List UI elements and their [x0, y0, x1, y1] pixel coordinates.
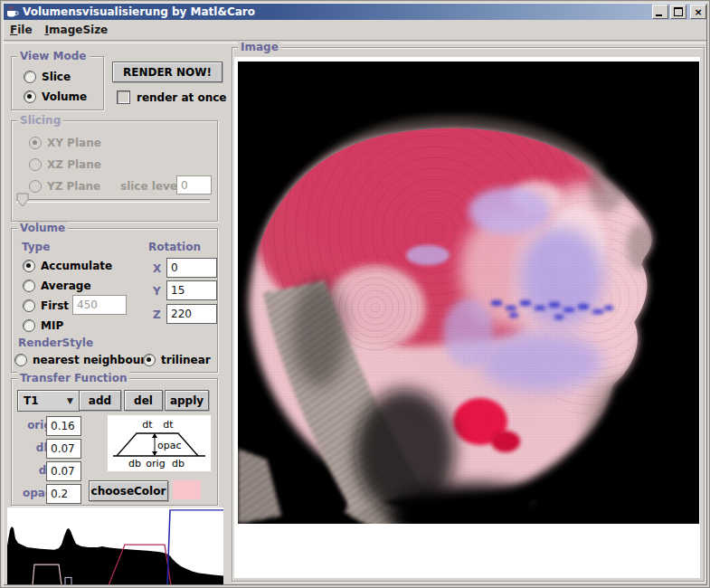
- radio-icon: [24, 90, 36, 103]
- image-group: Image: [232, 47, 705, 582]
- db-field[interactable]: [46, 439, 81, 459]
- add-button[interactable]: add: [79, 390, 121, 411]
- slice-level-label: slice level: [120, 180, 181, 193]
- choose-color-button[interactable]: chooseColor: [89, 480, 168, 501]
- radio-trilinear-label: trilinear: [161, 354, 211, 366]
- slider-thumb: [16, 193, 30, 207]
- radio-mip-label: MIP: [41, 319, 63, 332]
- orig-field[interactable]: [46, 416, 81, 436]
- image-title: Image: [238, 41, 281, 53]
- histogram-panel: [7, 507, 223, 585]
- chevron-down-icon: ▼: [67, 396, 73, 405]
- transfer-function-group: Transfer Function T1 ▼ add del apply ori…: [11, 378, 218, 506]
- radio-volume[interactable]: Volume: [24, 90, 87, 103]
- histogram-plot: [7, 507, 223, 585]
- radio-icon: [14, 354, 27, 366]
- diagram-db-right: db: [172, 458, 185, 469]
- radio-icon: [23, 319, 35, 332]
- opac-field[interactable]: [46, 484, 81, 504]
- maximize-button[interactable]: [670, 5, 686, 19]
- radio-average[interactable]: Average: [23, 279, 91, 292]
- radio-icon: [29, 158, 42, 171]
- image-panel-background: [234, 57, 700, 578]
- radio-nearest-neighbour[interactable]: nearest neighbour: [14, 353, 146, 366]
- rotation-x-label: X: [153, 262, 161, 275]
- slider-track: [16, 199, 210, 203]
- transfer-function-title: Transfer Function: [17, 372, 129, 384]
- apply-button[interactable]: apply: [165, 390, 209, 411]
- radio-slice[interactable]: Slice: [24, 70, 71, 83]
- radio-icon: [29, 137, 42, 149]
- first-hit-field: [72, 295, 127, 315]
- render-now-button[interactable]: RENDER NOW!: [112, 62, 222, 82]
- radio-icon: [23, 260, 35, 272]
- java-coffee-cup-icon: [5, 5, 19, 18]
- radio-icon: [29, 180, 42, 193]
- radio-mip[interactable]: MIP: [23, 318, 63, 332]
- radio-accumulate-label: Accumulate: [41, 260, 112, 272]
- close-icon: ×: [694, 7, 702, 17]
- view-mode-title: View Mode: [17, 50, 90, 62]
- radio-slice-label: Slice: [42, 71, 71, 83]
- diagram-dt-left: dt: [142, 419, 153, 431]
- transfer-function-diagram: dt dt opac db orig db: [108, 415, 211, 471]
- radio-xz-plane-label: XZ Plane: [47, 158, 101, 171]
- renderstyle-label: RenderStyle: [18, 337, 93, 349]
- menu-file[interactable]: File: [10, 24, 33, 36]
- radio-xy-plane: XY Plane: [29, 136, 101, 149]
- minimize-button[interactable]: [652, 5, 668, 19]
- type-label: Type: [22, 241, 50, 253]
- radio-icon: [24, 71, 36, 83]
- rotation-y-field[interactable]: [166, 280, 217, 300]
- close-button[interactable]: ×: [690, 5, 706, 19]
- diagram-opac: opac: [157, 440, 182, 451]
- radio-average-label: Average: [41, 280, 91, 292]
- slicing-title: Slicing: [17, 114, 63, 127]
- rotation-z-field[interactable]: [166, 304, 217, 324]
- render-at-once-checkbox[interactable]: [117, 90, 130, 104]
- radio-icon: [23, 299, 35, 312]
- rotation-y-label: Y: [153, 285, 161, 298]
- render-at-once-label: render at once: [137, 91, 226, 104]
- render-at-once-row: render at once: [117, 90, 226, 104]
- preset-combobox[interactable]: T1 ▼: [17, 390, 80, 412]
- radio-nearest-neighbour-label: nearest neighbour: [33, 354, 146, 366]
- color-swatch: [173, 480, 201, 499]
- rotation-label: Rotation: [148, 241, 201, 253]
- radio-icon: [23, 280, 35, 292]
- diagram-dt-right: dt: [163, 419, 174, 431]
- maximize-icon: [674, 7, 683, 16]
- preset-value: T1: [24, 394, 39, 407]
- diagram-orig: orig: [146, 458, 165, 469]
- slice-level-field: [176, 175, 212, 194]
- radio-yz-plane: YZ Plane: [29, 179, 100, 193]
- radio-accumulate[interactable]: Accumulate: [23, 259, 112, 272]
- radio-xz-plane: XZ Plane: [29, 157, 101, 171]
- slice-level-slider: [16, 193, 210, 207]
- dt-field[interactable]: [46, 461, 81, 481]
- rotation-z-label: Z: [153, 308, 161, 321]
- menu-imagesize[interactable]: ImageSize: [45, 24, 109, 36]
- radio-trilinear[interactable]: trilinear: [143, 353, 211, 366]
- radio-icon: [143, 354, 156, 366]
- window-title: Volumensvisualisierung by Matl&Caro: [23, 5, 255, 18]
- diagram-db-left: db: [128, 458, 141, 469]
- radio-xy-plane-label: XY Plane: [47, 137, 101, 149]
- minimize-icon: [656, 14, 662, 16]
- menu-bar: File ImageSize: [3, 20, 710, 40]
- rotation-x-field[interactable]: [166, 258, 217, 278]
- menu-separator: [3, 40, 707, 43]
- radio-volume-label: Volume: [42, 90, 87, 103]
- volume-title: Volume: [17, 222, 68, 234]
- del-button[interactable]: del: [124, 390, 163, 411]
- title-bar: Volumensvisualisierung by Matl&Caro ×: [3, 3, 710, 20]
- volume-render-canvas: [238, 62, 699, 524]
- radio-yz-plane-label: YZ Plane: [47, 180, 100, 193]
